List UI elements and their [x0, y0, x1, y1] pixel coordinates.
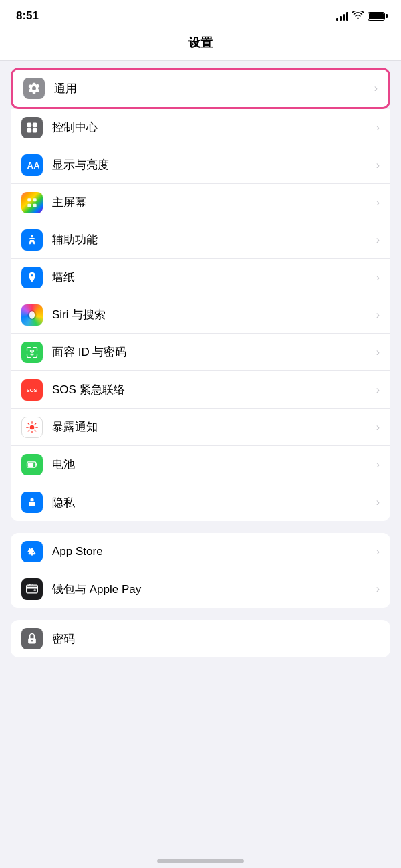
- svg-rect-8: [33, 203, 37, 207]
- siri-label: Siri 与搜索: [52, 307, 376, 322]
- battery-icon: [368, 12, 385, 21]
- battery-icon-item: [21, 454, 43, 475]
- faceid-label: 面容 ID 与密码: [52, 344, 376, 360]
- settings-item-faceid[interactable]: 面容 ID 与密码 ›: [11, 334, 390, 371]
- general-label: 通用: [54, 81, 374, 96]
- settings-item-privacy[interactable]: 隐私 ›: [11, 483, 390, 521]
- passwords-label: 密码: [52, 631, 376, 647]
- settings-item-appstore[interactable]: App Store ›: [11, 533, 390, 570]
- wallpaper-label: 墙纸: [52, 269, 376, 285]
- sos-chevron: ›: [376, 384, 380, 396]
- wallpaper-chevron: ›: [376, 272, 380, 284]
- settings-item-general[interactable]: 通用 ›: [13, 70, 388, 107]
- svg-rect-24: [36, 463, 37, 465]
- settings-item-sos[interactable]: SOS SOS 紧急联络 ›: [11, 371, 390, 409]
- svg-rect-25: [29, 502, 35, 506]
- status-icons: [336, 11, 385, 21]
- settings-item-battery[interactable]: 电池 ›: [11, 446, 390, 483]
- svg-rect-5: [27, 198, 31, 201]
- appstore-icon: [21, 541, 43, 562]
- svg-line-18: [28, 423, 29, 425]
- settings-item-display[interactable]: AA 显示与亮度 ›: [11, 146, 390, 184]
- svg-rect-28: [27, 587, 38, 588]
- accessibility-chevron: ›: [376, 234, 380, 246]
- status-time: 8:51: [16, 9, 39, 23]
- svg-rect-1: [33, 122, 37, 127]
- settings-item-passwords[interactable]: 密码 ›: [11, 620, 390, 657]
- svg-point-13: [30, 425, 35, 429]
- siri-icon: [21, 304, 43, 326]
- control-icon: [21, 117, 43, 138]
- page-title: 设置: [188, 36, 213, 49]
- page-title-bar: 设置: [0, 28, 401, 61]
- wifi-icon: [352, 11, 364, 21]
- exposure-chevron: ›: [376, 421, 380, 433]
- sos-icon: SOS: [21, 379, 43, 401]
- svg-rect-29: [34, 590, 36, 591]
- svg-line-21: [28, 430, 29, 431]
- display-label: 显示与亮度: [52, 157, 376, 173]
- privacy-chevron: ›: [376, 496, 380, 508]
- accessibility-label: 辅助功能: [52, 232, 376, 247]
- battery-chevron: ›: [376, 459, 380, 471]
- settings-group-2: App Store › 钱包与 Apple Pay ›: [11, 533, 390, 608]
- svg-line-19: [35, 430, 36, 431]
- settings-item-homescreen[interactable]: 主屏幕 ›: [11, 184, 390, 221]
- settings-item-control[interactable]: 控制中心 ›: [11, 109, 390, 146]
- display-icon: AA: [21, 154, 43, 176]
- svg-point-9: [31, 235, 33, 237]
- sos-label: SOS 紧急联络: [52, 382, 376, 397]
- wallet-icon: [21, 578, 43, 600]
- accessibility-icon: [21, 229, 43, 251]
- svg-rect-3: [33, 128, 37, 132]
- appstore-label: App Store: [52, 545, 376, 558]
- settings-group-1: 控制中心 › AA 显示与亮度 › 主屏幕 ›: [11, 109, 390, 521]
- privacy-label: 隐私: [52, 495, 376, 510]
- settings-item-siri[interactable]: Siri 与搜索 ›: [11, 296, 390, 334]
- homescreen-icon: [21, 192, 43, 213]
- svg-text:AA: AA: [27, 160, 39, 171]
- wallet-label: 钱包与 Apple Pay: [52, 582, 376, 597]
- appstore-chevron: ›: [376, 546, 380, 558]
- wallet-chevron: ›: [376, 583, 380, 595]
- general-chevron: ›: [374, 82, 378, 94]
- home-indicator: [157, 859, 244, 863]
- svg-line-20: [35, 423, 36, 425]
- control-label: 控制中心: [52, 120, 376, 135]
- privacy-icon: [21, 492, 43, 513]
- faceid-chevron: ›: [376, 346, 380, 358]
- svg-rect-0: [27, 122, 32, 127]
- settings-section-2: App Store › 钱包与 Apple Pay ›: [0, 533, 401, 608]
- svg-text:SOS: SOS: [27, 387, 37, 393]
- wallpaper-icon: [21, 267, 43, 288]
- settings-group-3: 密码 ›: [11, 620, 390, 657]
- exposure-label: 暴露通知: [52, 419, 376, 435]
- settings-section-1: 通用 › 控制中心 › AA 显示与亮度: [0, 68, 401, 521]
- display-chevron: ›: [376, 159, 380, 171]
- svg-rect-6: [33, 198, 37, 201]
- exposure-icon: [21, 417, 43, 438]
- siri-chevron: ›: [376, 309, 380, 321]
- general-icon: [23, 78, 45, 99]
- settings-item-accessibility[interactable]: 辅助功能 ›: [11, 221, 390, 259]
- general-highlighted-group: 通用 ›: [11, 68, 390, 109]
- homescreen-chevron: ›: [376, 197, 380, 209]
- status-bar: 8:51: [0, 0, 401, 28]
- signal-icon: [336, 11, 348, 21]
- homescreen-label: 主屏幕: [52, 195, 376, 210]
- svg-point-11: [29, 311, 35, 319]
- settings-item-wallpaper[interactable]: 墙纸 ›: [11, 259, 390, 296]
- faceid-icon: [21, 342, 43, 363]
- svg-rect-2: [27, 128, 32, 132]
- battery-label: 电池: [52, 457, 376, 472]
- control-chevron: ›: [376, 122, 380, 134]
- svg-point-31: [31, 640, 33, 642]
- svg-rect-7: [27, 203, 31, 207]
- passwords-icon: [21, 628, 43, 649]
- settings-item-exposure[interactable]: 暴露通知 ›: [11, 409, 390, 446]
- settings-item-wallet[interactable]: 钱包与 Apple Pay ›: [11, 570, 390, 608]
- settings-section-3: 密码 ›: [0, 620, 401, 657]
- svg-rect-23: [28, 463, 33, 467]
